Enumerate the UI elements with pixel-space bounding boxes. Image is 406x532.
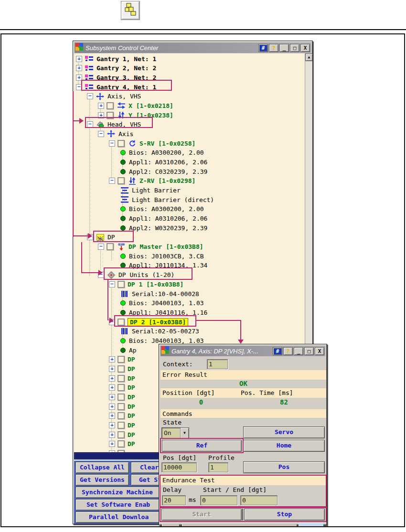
expand-toggle-icon[interactable]: + [109,432,115,438]
collapse-toggle-icon[interactable]: − [109,140,115,147]
tree-item-label[interactable]: X [1-0x0218] [128,102,173,109]
dialog-titlebar[interactable]: Gantry 4, Axis: DP 2[VHS], X-... #?_□X [160,346,325,356]
tree-item-label[interactable]: DP [128,384,135,391]
annotation-line [240,320,241,340]
tree-item-label[interactable]: DP 1 [1-0x03B8] [128,281,183,288]
tree-item-label[interactable]: S-RV [1-0x0258] [139,140,195,147]
tree-item-label[interactable]: DP [128,375,135,382]
expand-toggle-icon[interactable]: + [109,356,115,362]
pos-input[interactable]: 10000 [161,462,197,472]
tree-item-label[interactable]: Ap [129,347,137,354]
tree-item-label[interactable]: Bios: A0300200, 2.00 [129,149,204,156]
tree-checkbox[interactable] [107,243,114,250]
tree-item-label[interactable]: Z-RV [1-0x0298] [139,177,195,184]
tree-item-label[interactable]: Appl1: A0310206, 2.06 [129,159,207,166]
annotation-box-dp-units [104,267,192,280]
tree-item-label[interactable]: DP Master [1-0x03B8] [128,243,203,250]
tree-checkbox[interactable] [107,102,114,109]
maximize-button[interactable]: □ [304,347,314,355]
tree-checkbox[interactable] [118,140,125,147]
tree-item-label[interactable]: Bios: J0400103, 1.03 [129,337,204,344]
tree-item-label[interactable]: DP [128,403,135,410]
state-dropdown[interactable]: On ▼ [161,427,189,439]
barcode-icon [120,290,129,298]
minimize-button[interactable]: _ [294,347,303,355]
led-dark-green-icon [120,160,126,165]
home-button[interactable]: Home [243,440,325,452]
expand-toggle-icon[interactable]: + [109,366,115,372]
panel-button-get-versions[interactable]: Get Versions [75,474,129,486]
tree-checkbox[interactable] [118,375,125,382]
tree-item-label[interactable]: Light Barrier (direct) [132,196,214,203]
servo-button[interactable]: Servo [243,426,325,438]
tree-checkbox[interactable] [118,403,125,410]
tree-checkbox[interactable] [118,281,125,288]
tree-checkbox[interactable] [118,365,125,372]
tree-item-label[interactable]: Appl2: W0320239, 2.39 [129,224,207,232]
expand-toggle-icon[interactable]: + [109,375,115,382]
panel-button-collapse-all[interactable]: Collapse All [75,462,129,473]
collapse-toggle-icon[interactable]: − [109,281,115,287]
minimize-button[interactable]: _ [279,44,289,52]
collapse-toggle-icon[interactable]: − [98,244,104,250]
expand-toggle-icon[interactable]: + [76,65,82,71]
expand-toggle-icon[interactable]: + [76,56,82,62]
chevron-down-icon[interactable]: ▼ [180,428,189,438]
expand-toggle-icon[interactable]: + [109,384,115,391]
tree-item-label[interactable]: Appl2: C0320239, 2.39 [129,168,207,175]
collapse-toggle-icon[interactable]: − [98,131,104,137]
tree-checkbox[interactable] [118,422,125,429]
tree-item-label[interactable]: DP [128,412,135,419]
tree-checkbox[interactable] [118,384,125,391]
cascade-windows-button[interactable] [121,1,139,20]
collapse-toggle-icon[interactable]: − [109,178,115,184]
tree-item-label[interactable]: Appl1: A0310206, 2.06 [129,215,207,222]
close-button[interactable]: X [315,347,324,355]
tree-checkbox[interactable] [118,412,125,419]
tree-item-label[interactable]: DP [128,431,135,438]
expand-toggle-icon[interactable]: + [109,394,115,400]
tree-item-label[interactable]: DP [128,422,135,429]
annotation-arrow-dp2-icon [109,318,114,323]
expand-toggle-icon[interactable]: + [98,103,104,109]
tree-item-label[interactable]: DP [128,440,135,447]
grid-button[interactable]: # [273,347,282,355]
main-titlebar[interactable]: Subsystem Control Center #?_□X [75,43,311,53]
profile-input[interactable]: 1 [208,462,228,472]
expand-toggle-icon[interactable]: + [109,413,115,419]
tree-item-label[interactable]: Light Barrier [132,187,181,194]
tree-item-label[interactable]: Axis, VHS [107,93,141,100]
tree-checkbox[interactable] [118,356,125,363]
tree-item-label[interactable]: DP [128,356,135,363]
error-result-banner: Error Result [160,370,326,380]
tree-item-label[interactable]: DP [128,394,135,401]
collapse-toggle-icon[interactable]: − [87,93,93,99]
expand-toggle-icon[interactable]: + [109,404,115,410]
tree-item-label[interactable]: Bios: J0400103, 1.03 [129,299,204,307]
tree-checkbox[interactable] [118,177,125,184]
tree-item-label[interactable]: Bios: J01003CB, 3.CB [129,253,204,260]
grid-button[interactable]: # [258,44,268,52]
help-button[interactable]: ? [283,347,293,355]
expand-toggle-icon[interactable]: + [109,441,115,447]
pos-button[interactable]: Pos [243,461,325,473]
state-value: On [162,428,180,438]
tree-checkbox[interactable] [118,440,125,447]
close-button[interactable]: X [300,44,310,52]
tree-checkbox[interactable] [118,394,125,401]
scroll-up-icon[interactable]: ▲ [305,53,312,61]
tree-item-label[interactable]: Gantry 1, Net: 1 [96,55,156,63]
tree-item-label[interactable]: Bios: A0300200, 2.00 [129,205,204,213]
expand-toggle-icon[interactable]: + [109,422,115,428]
gantry-icon [85,64,94,72]
tree-item-label[interactable]: Serial:10-04-00028 [132,290,199,298]
maximize-button[interactable]: □ [290,44,299,52]
context-input[interactable]: 1 [207,359,228,369]
annotation-box-start-stop [160,507,327,522]
tree-checkbox[interactable] [118,431,125,438]
tree-item-label[interactable]: DP [128,365,135,372]
help-button[interactable]: ? [269,44,278,52]
tree-item-label[interactable]: Gantry 2, Net: 2 [96,64,156,72]
tree-item-label[interactable]: Axis [118,130,133,138]
tree-item-label[interactable]: Serial:02-05-00273 [132,328,199,335]
